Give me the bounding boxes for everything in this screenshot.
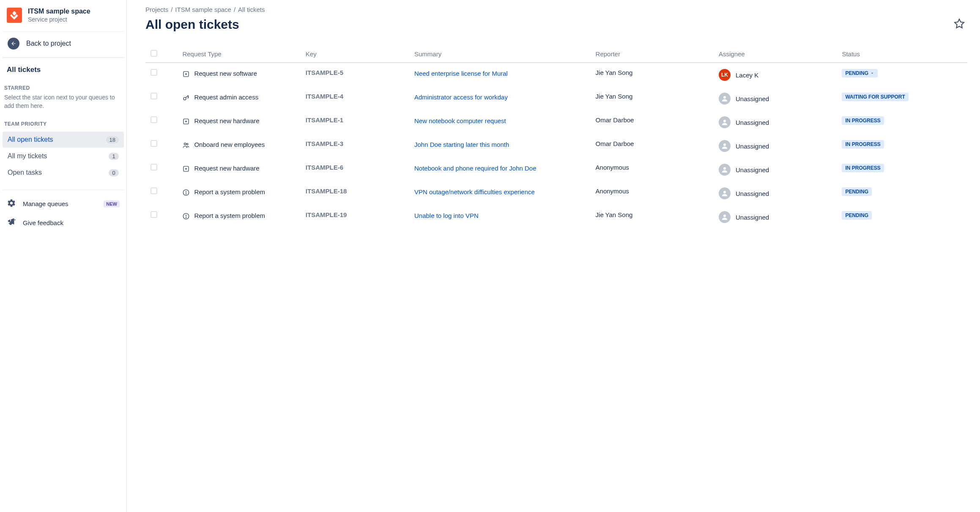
- tickets-table: Request Type Key Summary Reporter Assign…: [145, 46, 967, 229]
- svg-point-18: [186, 194, 186, 194]
- unassigned-avatar-icon: [719, 116, 731, 128]
- ticket-key[interactable]: ITSAMPLE-5: [301, 63, 409, 87]
- ticket-summary-link[interactable]: Unable to log into VPN: [414, 212, 479, 219]
- breadcrumb-projects[interactable]: Projects: [145, 6, 168, 13]
- assignee-cell[interactable]: Unassigned: [719, 211, 832, 223]
- request-type-icon: [182, 189, 190, 196]
- row-checkbox[interactable]: [151, 116, 157, 123]
- ticket-summary-link[interactable]: Notebook and phone required for John Doe: [414, 165, 537, 172]
- queue-item[interactable]: All open tickets18: [3, 132, 124, 148]
- ticket-key[interactable]: ITSAMPLE-1: [301, 110, 409, 134]
- feedback-label: Give feedback: [23, 219, 63, 226]
- ticket-summary-link[interactable]: Need enterprise license for Mural: [414, 70, 508, 77]
- ticket-summary-link[interactable]: New notebook computer request: [414, 117, 506, 124]
- request-type-label: Request new hardware: [194, 116, 259, 126]
- assignee-cell[interactable]: Unassigned: [719, 116, 832, 128]
- assignee-cell[interactable]: LKLacey K: [719, 69, 832, 81]
- svg-point-10: [187, 143, 189, 145]
- ticket-summary-link[interactable]: VPN outage/network difficulties experien…: [414, 188, 535, 195]
- queue-count: 0: [109, 169, 119, 176]
- breadcrumb-separator: /: [171, 6, 172, 13]
- col-summary[interactable]: Summary: [409, 46, 591, 63]
- request-type-label: Request new software: [194, 69, 257, 79]
- assignee-cell[interactable]: Unassigned: [719, 140, 832, 152]
- ticket-key[interactable]: ITSAMPLE-19: [301, 205, 409, 229]
- all-tickets-nav[interactable]: All tickets: [3, 60, 124, 77]
- ticket-key[interactable]: ITSAMPLE-4: [301, 87, 409, 110]
- queue-list: All open tickets18All my tickets1Open ta…: [3, 131, 124, 181]
- ticket-key[interactable]: ITSAMPLE-3: [301, 134, 409, 158]
- reporter-name: Jie Yan Song: [591, 63, 714, 87]
- status-badge[interactable]: PENDING: [842, 69, 878, 77]
- col-status[interactable]: Status: [837, 46, 967, 63]
- breadcrumb-space[interactable]: ITSM sample space: [175, 6, 231, 13]
- starred-heading: STARRED: [3, 77, 124, 94]
- status-badge[interactable]: IN PROGRESS: [842, 140, 884, 149]
- starred-help-text: Select the star icon next to your queues…: [3, 94, 124, 110]
- table-row: Request new hardware ITSAMPLE-1 New note…: [145, 110, 967, 134]
- col-request-type[interactable]: Request Type: [177, 46, 300, 63]
- ticket-summary-link[interactable]: John Doe starting later this month: [414, 141, 509, 148]
- queue-label: All my tickets: [8, 152, 47, 160]
- request-type-icon: [182, 141, 190, 149]
- queue-count: 18: [106, 136, 119, 143]
- divider: [3, 57, 124, 58]
- row-checkbox[interactable]: [151, 140, 157, 147]
- table-row: Request admin access ITSAMPLE-4 Administ…: [145, 87, 967, 110]
- status-badge[interactable]: IN PROGRESS: [842, 116, 884, 125]
- row-checkbox[interactable]: [151, 211, 157, 218]
- row-checkbox[interactable]: [151, 187, 157, 194]
- status-badge[interactable]: WAITING FOR SUPPORT: [842, 93, 908, 101]
- ticket-key[interactable]: ITSAMPLE-18: [301, 182, 409, 205]
- svg-point-23: [723, 215, 726, 217]
- reporter-name: Jie Yan Song: [591, 205, 714, 229]
- svg-point-3: [183, 97, 186, 100]
- status-badge[interactable]: PENDING: [842, 187, 872, 196]
- give-feedback-button[interactable]: Give feedback: [3, 213, 124, 232]
- reporter-name: Jie Yan Song: [591, 87, 714, 110]
- svg-point-8: [723, 120, 726, 122]
- row-checkbox[interactable]: [151, 93, 157, 99]
- assignee-name: Unassigned: [736, 190, 769, 197]
- request-type-icon: [182, 94, 190, 102]
- assignee-cell[interactable]: Unassigned: [719, 93, 832, 105]
- assignee-cell[interactable]: Unassigned: [719, 187, 832, 199]
- assignee-name: Lacey K: [736, 72, 758, 79]
- request-type-icon: [182, 212, 190, 220]
- svg-point-11: [723, 143, 726, 146]
- breadcrumb-separator: /: [234, 6, 235, 13]
- table-row: Onboard new employees ITSAMPLE-3 John Do…: [145, 134, 967, 158]
- queue-label: All open tickets: [8, 136, 53, 143]
- status-badge[interactable]: PENDING: [842, 211, 872, 220]
- request-type-icon: [182, 118, 190, 125]
- back-to-project-button[interactable]: Back to project: [3, 31, 124, 55]
- col-key[interactable]: Key: [301, 46, 409, 63]
- assignee-name: Unassigned: [736, 214, 769, 221]
- queue-item[interactable]: Open tasks0: [3, 165, 124, 181]
- breadcrumb-current[interactable]: All tickets: [238, 6, 265, 13]
- avatar: LK: [719, 69, 731, 81]
- bottom-links: Manage queues NEW Give feedback: [3, 190, 124, 232]
- project-icon: [7, 8, 22, 23]
- star-button[interactable]: [951, 16, 967, 33]
- reporter-name: Anonymous: [591, 182, 714, 205]
- reporter-name: Omar Darboe: [591, 110, 714, 134]
- col-assignee[interactable]: Assignee: [714, 46, 837, 63]
- manage-queues-button[interactable]: Manage queues NEW: [3, 194, 124, 213]
- star-icon: [954, 18, 965, 29]
- svg-point-19: [723, 191, 726, 193]
- unassigned-avatar-icon: [719, 211, 731, 223]
- select-all-checkbox[interactable]: [151, 50, 157, 57]
- request-type-icon: [182, 70, 190, 78]
- ticket-summary-link[interactable]: Administrator access for workday: [414, 94, 508, 101]
- row-checkbox[interactable]: [151, 69, 157, 76]
- ticket-key[interactable]: ITSAMPLE-6: [301, 158, 409, 182]
- svg-point-9: [184, 143, 186, 145]
- assignee-cell[interactable]: Unassigned: [719, 164, 832, 176]
- gear-icon: [7, 198, 16, 209]
- row-checkbox[interactable]: [151, 164, 157, 171]
- queue-item[interactable]: All my tickets1: [3, 148, 124, 164]
- col-reporter[interactable]: Reporter: [591, 46, 714, 63]
- status-badge[interactable]: IN PROGRESS: [842, 164, 884, 172]
- chevron-down-icon: [870, 71, 874, 75]
